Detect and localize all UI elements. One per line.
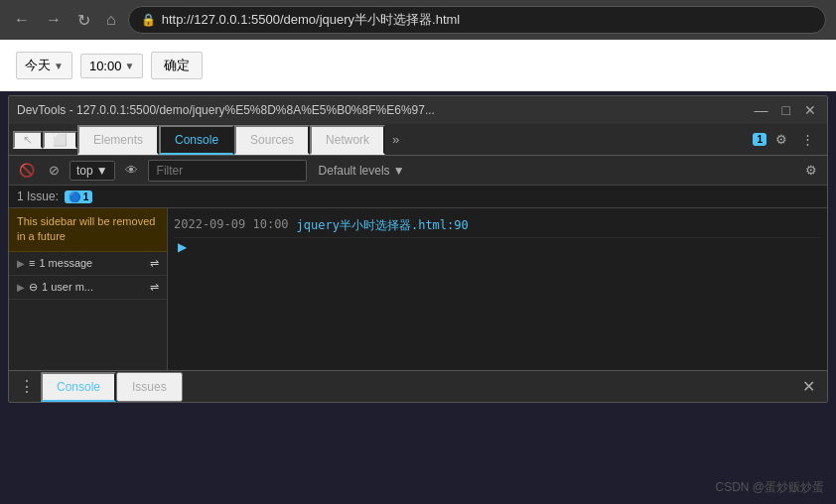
time-label: 10:00 — [89, 59, 122, 73]
devtools-title: DevTools - 127.0.0.1:5500/demo/jquery%E5… — [17, 103, 752, 117]
devtools-panel: DevTools - 127.0.0.1:5500/demo/jquery%E5… — [8, 95, 828, 403]
today-chevron-icon: ▼ — [54, 61, 64, 71]
back-button[interactable]: ← — [10, 9, 34, 31]
forward-button[interactable]: → — [42, 9, 66, 31]
more-tabs-button[interactable]: » — [387, 130, 404, 149]
issue-count: 1 — [83, 191, 89, 202]
messages-label: 1 message — [39, 257, 92, 269]
home-button[interactable]: ⌂ — [102, 9, 120, 31]
tab-elements[interactable]: Elements — [77, 125, 159, 155]
bottom-tab-console[interactable]: Console — [41, 372, 116, 402]
today-label: 今天 — [25, 57, 51, 74]
minimize-button[interactable]: — — [752, 102, 771, 118]
expand-arrow-icon: ▶ — [17, 258, 25, 269]
watermark: CSDN @蛋炒贩炒蛋 — [715, 479, 824, 496]
devtools-bottom-bar: ⋮ Console Issues ✕ — [9, 370, 827, 402]
default-levels-label: Default levels — [319, 164, 390, 178]
user-messages-label: 1 user m... — [42, 281, 93, 293]
devtools-more-button[interactable]: ⋮ — [796, 130, 819, 149]
issues-badge: 1 — [753, 133, 766, 146]
eye-button[interactable]: 👁 — [121, 161, 142, 180]
today-dropdown[interactable]: 今天 ▼ — [16, 52, 72, 79]
confirm-button[interactable]: 确定 — [151, 52, 203, 79]
url-text: http://127.0.0.1:5500/demo/jquery半小时选择器.… — [162, 11, 461, 29]
address-bar[interactable]: 🔒 http://127.0.0.1:5500/demo/jquery半小时选择… — [128, 6, 826, 34]
levels-chevron-icon: ▼ — [393, 164, 405, 178]
browser-toolbar: ← → ↻ ⌂ 🔒 http://127.0.0.1:5500/demo/jqu… — [0, 0, 836, 40]
maximize-button[interactable]: □ — [779, 102, 793, 118]
console-toolbar: 🚫 ⊘ top ▼ 👁 Default levels ▼ ⚙ — [9, 156, 827, 186]
issue-count-badge: 🔵 1 — [65, 190, 92, 203]
sidebar-item-user[interactable]: ▶ ⊖ 1 user m... ⇌ — [9, 276, 167, 300]
sidebar-resize-right2[interactable]: ⇌ — [150, 281, 159, 294]
user-icon: ⊖ — [29, 281, 38, 294]
list-icon: ≡ — [29, 257, 35, 269]
log-expand-icon[interactable]: ▶ — [174, 240, 191, 254]
sidebar-item-messages[interactable]: ▶ ≡ 1 message ⇌ — [9, 252, 167, 276]
sidebar-warning: This sidebar will be removed in a future — [9, 208, 167, 252]
log-expand-row: ▶ — [174, 238, 821, 256]
console-filter-button[interactable]: ⊘ — [45, 161, 64, 180]
bottom-tab-issues[interactable]: Issues — [116, 372, 183, 402]
sidebar-resize-right[interactable]: ⇌ — [150, 257, 159, 270]
time-dropdown[interactable]: 10:00 ▼ — [80, 54, 143, 78]
time-chevron-icon: ▼ — [124, 61, 134, 71]
console-log-entry: 2022-09-09 10:00 jquery半小时选择器.html:90 — [174, 214, 821, 238]
console-clear-button[interactable]: 🚫 — [15, 161, 39, 180]
issues-label: 1 Issue: — [17, 189, 59, 203]
console-body: This sidebar will be removed in a future… — [9, 208, 827, 370]
tab-network[interactable]: Network — [310, 125, 385, 155]
issue-icon: 🔵 — [69, 191, 80, 202]
top-selector[interactable]: top ▼ — [70, 161, 115, 181]
top-chevron-icon: ▼ — [96, 164, 108, 178]
issues-bar: 1 Issue: 🔵 1 — [9, 186, 827, 208]
console-sidebar: This sidebar will be removed in a future… — [9, 208, 168, 370]
devtools-tab-icons: 1 ⚙ ⋮ — [753, 130, 819, 149]
console-main[interactable]: 2022-09-09 10:00 jquery半小时选择器.html:90 ▶ — [168, 208, 827, 370]
titlebar-controls: — □ ✕ — [752, 102, 819, 118]
tab-sources[interactable]: Sources — [234, 125, 310, 155]
reload-button[interactable]: ↻ — [73, 9, 94, 32]
log-timestamp: 2022-09-09 10:00 — [174, 217, 289, 234]
close-button[interactable]: ✕ — [801, 102, 819, 118]
console-settings-button[interactable]: ⚙ — [801, 161, 821, 180]
tab-console[interactable]: Console — [159, 125, 234, 155]
tab-cursor[interactable]: ↖ — [13, 131, 43, 149]
browser-chrome: ← → ↻ ⌂ 🔒 http://127.0.0.1:5500/demo/jqu… — [0, 0, 836, 40]
bottom-menu-icon[interactable]: ⋮ — [13, 373, 41, 400]
devtools-tabs: ↖ ⬜ Elements Console Sources Network » 1… — [9, 124, 827, 156]
lock-icon: 🔒 — [141, 13, 156, 27]
settings-button[interactable]: ⚙ — [770, 130, 792, 149]
default-levels-selector[interactable]: Default levels ▼ — [313, 162, 411, 180]
log-source[interactable]: jquery半小时选择器.html:90 — [297, 217, 469, 234]
devtools-titlebar: DevTools - 127.0.0.1:5500/demo/jquery%E5… — [9, 96, 827, 124]
page-content: 今天 ▼ 10:00 ▼ 确定 — [0, 40, 836, 91]
bottom-close-button[interactable]: ✕ — [794, 373, 823, 400]
tab-inspect[interactable]: ⬜ — [43, 131, 77, 149]
expand-arrow-icon2: ▶ — [17, 282, 25, 293]
filter-input[interactable] — [148, 160, 307, 182]
top-label: top — [76, 164, 93, 178]
